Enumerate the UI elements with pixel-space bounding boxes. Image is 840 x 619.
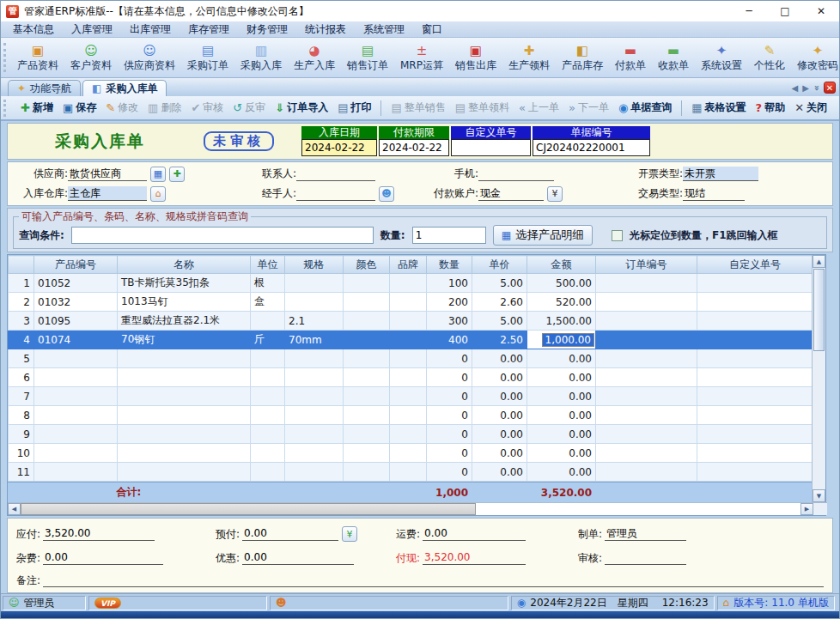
tab-scroll-right-icon[interactable]: ▶: [802, 83, 809, 93]
cell-row-number[interactable]: 1: [9, 274, 34, 293]
cell-amount[interactable]: 0.00: [527, 368, 596, 387]
maximize-icon[interactable]: □: [767, 1, 803, 21]
cell-spec[interactable]: [285, 463, 344, 482]
column-header[interactable]: 品牌: [390, 256, 427, 274]
prepaid-value[interactable]: 0.00: [242, 527, 338, 541]
action-button[interactable]: ✎ 修改: [106, 100, 138, 115]
cell-custom-no[interactable]: [697, 425, 813, 444]
cell-custom-no[interactable]: [697, 406, 813, 425]
vertical-scrollbar[interactable]: ▲ ▼: [812, 255, 825, 502]
trade-type-value[interactable]: 现结: [683, 186, 745, 201]
cell-row-number[interactable]: 8: [9, 406, 34, 425]
cell-color[interactable]: [344, 331, 390, 349]
column-header[interactable]: 规格: [285, 256, 344, 274]
action-button[interactable]: » 下一单: [569, 100, 609, 115]
scroll-left-icon[interactable]: ◀: [8, 503, 21, 515]
table-row[interactable]: 1 01052 TB卡斯托莫35扣条 根 100 5.00 500.00: [9, 274, 813, 293]
cell-qty[interactable]: 0: [427, 444, 472, 463]
cell-color[interactable]: [344, 274, 390, 293]
menu-item[interactable]: 基本信息: [6, 22, 61, 37]
toolbar-button[interactable]: ▣ 产品资料: [11, 39, 64, 76]
remark-value[interactable]: [43, 573, 824, 587]
column-header[interactable]: 名称: [118, 256, 251, 274]
assistant-icon[interactable]: ☻: [276, 597, 287, 609]
cell-product-code[interactable]: [34, 406, 118, 425]
toolbar-button[interactable]: ▤ 销售订单: [341, 39, 394, 76]
toolbar-button[interactable]: ◧ 产品库存: [556, 39, 609, 76]
action-button[interactable]: [380, 100, 381, 116]
cell-brand[interactable]: [390, 425, 427, 444]
cell-product-name[interactable]: 重型威法拉直器2.1米: [118, 312, 251, 331]
cell-color[interactable]: [344, 425, 390, 444]
cell-product-code[interactable]: [34, 425, 118, 444]
cell-custom-no[interactable]: [697, 293, 813, 312]
contact-value[interactable]: [296, 167, 375, 181]
table-row[interactable]: 11 0 0.00 0.00: [9, 463, 813, 482]
cell-unit[interactable]: [251, 406, 285, 425]
cell-custom-no[interactable]: [697, 387, 813, 406]
menu-item[interactable]: 出库管理: [123, 22, 178, 37]
toolbar-button[interactable]: ✦ 系统设置: [695, 39, 748, 76]
cell-product-code[interactable]: [34, 349, 118, 368]
scroll-down-icon[interactable]: ▼: [813, 489, 825, 502]
cell-price[interactable]: 0.00: [472, 368, 527, 387]
cell-price[interactable]: 0.00: [472, 387, 527, 406]
cell-amount[interactable]: 0.00: [527, 463, 596, 482]
cell-spec[interactable]: [285, 368, 344, 387]
cell-custom-no[interactable]: [697, 312, 813, 331]
scroll-right-icon[interactable]: ▶: [800, 503, 813, 515]
cell-product-code[interactable]: [34, 444, 118, 463]
cell-price[interactable]: 0.00: [472, 444, 527, 463]
cell-row-number[interactable]: 11: [9, 463, 34, 482]
cell-brand[interactable]: [390, 349, 427, 368]
cell-brand[interactable]: [390, 368, 427, 387]
cell-row-number[interactable]: 10: [9, 444, 34, 463]
cell-price[interactable]: 0.00: [472, 463, 527, 482]
cell-amount[interactable]: 0.00: [527, 444, 596, 463]
pay-account-lookup-icon[interactable]: ¥: [547, 186, 563, 202]
supplier-lookup-icon[interactable]: ▦: [150, 167, 166, 182]
phone-value[interactable]: [478, 167, 554, 181]
freight-value[interactable]: 0.00: [423, 527, 526, 541]
cell-brand[interactable]: [390, 293, 427, 312]
cell-order-no[interactable]: [596, 293, 697, 312]
handler-lookup-icon[interactable]: ☻: [379, 186, 394, 202]
toolbar-button[interactable]: ☺ 供应商资料: [118, 39, 181, 76]
toolbar-button[interactable]: ☺ 客户资料: [64, 39, 118, 76]
menu-item[interactable]: 库存管理: [181, 22, 236, 37]
warehouse-value[interactable]: 主仓库: [68, 186, 147, 201]
cell-price[interactable]: 2.60: [472, 293, 527, 312]
handler-value[interactable]: [296, 186, 375, 201]
horizontal-scroll-thumb[interactable]: [21, 503, 476, 515]
cell-spec[interactable]: 70mm: [285, 331, 344, 349]
toolbar-button[interactable]: ▬ 付款单: [609, 39, 652, 76]
toolbar-button[interactable]: ▣ 销售出库: [449, 39, 502, 76]
cell-brand[interactable]: [390, 387, 427, 406]
cell-unit[interactable]: [251, 444, 285, 463]
cell-unit[interactable]: [251, 463, 285, 482]
cell-unit[interactable]: [251, 349, 285, 368]
cell-color[interactable]: [344, 406, 390, 425]
column-header[interactable]: 产品编号: [34, 256, 118, 274]
toolbar-button[interactable]: ± MRP运算: [394, 39, 449, 76]
cell-unit[interactable]: 根: [251, 274, 285, 293]
cell-product-name[interactable]: [118, 406, 251, 425]
action-button[interactable]: ? 帮助: [756, 100, 786, 115]
vertical-scroll-thumb[interactable]: [813, 269, 825, 351]
cell-product-name[interactable]: 1013马钉: [118, 293, 251, 312]
cell-color[interactable]: [344, 293, 390, 312]
doc-no-value[interactable]: CJ202402220001: [533, 139, 650, 156]
cell-price[interactable]: 0.00: [472, 406, 527, 425]
tab[interactable]: ◧ 采购入库单: [82, 80, 167, 96]
action-button[interactable]: ▥ 删除: [148, 100, 181, 115]
cell-unit[interactable]: [251, 425, 285, 444]
cell-qty[interactable]: 400: [427, 331, 472, 349]
cell-order-no[interactable]: [596, 406, 697, 425]
cell-product-name[interactable]: [118, 387, 251, 406]
cell-qty[interactable]: 0: [427, 387, 472, 406]
tab-close-icon[interactable]: ✕: [824, 82, 836, 94]
cursor-to-qty-checkbox[interactable]: [612, 230, 623, 241]
action-button[interactable]: ▤ 打印: [338, 100, 371, 115]
cell-amount[interactable]: 0.00: [527, 387, 596, 406]
cell-brand[interactable]: [390, 463, 427, 482]
